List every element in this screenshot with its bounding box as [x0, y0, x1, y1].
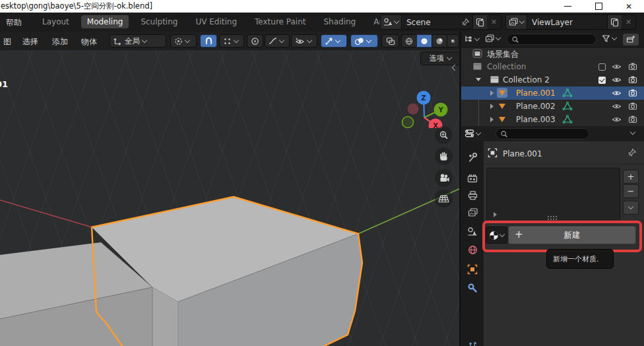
outliner-row-plane003[interactable]: Plane.003 [461, 113, 644, 126]
shading-solid-button[interactable] [416, 34, 432, 48]
tab-view-layer[interactable] [464, 205, 481, 221]
remove-material-slot-button[interactable]: − [623, 184, 639, 198]
camera-visibility-icon[interactable] [628, 75, 637, 84]
camera-visibility-icon[interactable] [628, 102, 637, 110]
proportional-falloff-dropdown[interactable] [265, 34, 290, 48]
material-specials-button[interactable] [623, 201, 639, 215]
properties-options-chevron[interactable] [630, 129, 635, 135]
tab-render[interactable] [464, 170, 481, 186]
outliner-row-plane001[interactable]: Plane.001 [461, 86, 644, 100]
menu-object[interactable]: 物体 [81, 36, 97, 48]
eye-icon[interactable] [612, 76, 622, 84]
menu-help[interactable]: 帮助 [6, 17, 22, 28]
eye-icon[interactable] [612, 102, 622, 110]
pin-icon[interactable] [461, 18, 470, 26]
workspace-modeling[interactable]: Modeling [81, 15, 129, 28]
workspace-uv-editing[interactable]: UV Editing [189, 15, 243, 28]
collection-exclude-checkbox[interactable] [598, 63, 606, 71]
shading-wireframe-button[interactable] [401, 34, 416, 48]
expand-collapse-icon[interactable] [476, 78, 481, 81]
eye-icon[interactable] [612, 63, 622, 71]
title-bar: esktop\gong\baoye\5-空间分割-ok.blend] ✕ [0, 0, 644, 13]
browse-material-button[interactable] [486, 226, 507, 244]
outliner-row-scene-collection[interactable]: 场景集合 [461, 47, 644, 60]
outliner-filter-dropdown[interactable] [602, 34, 616, 43]
unlink-scene-button[interactable]: ✕ [487, 18, 501, 26]
resize-grip[interactable] [548, 216, 557, 217]
tab-particles[interactable] [464, 338, 481, 346]
scene-browse-button[interactable] [381, 15, 402, 29]
maximize-button[interactable] [589, 0, 608, 13]
expand-icon[interactable] [490, 90, 494, 96]
slot-expand-icon[interactable] [494, 212, 497, 217]
eye-icon[interactable] [612, 116, 622, 123]
add-material-slot-button[interactable]: + [623, 170, 639, 184]
shading-material-button[interactable] [432, 34, 447, 48]
transform-orientation-dropdown[interactable]: 全局 [110, 34, 166, 48]
new-viewlayer-button[interactable] [607, 15, 622, 29]
camera-visibility-icon[interactable] [628, 62, 637, 71]
properties-editor-type-dropdown[interactable] [465, 129, 480, 138]
scene-icon [383, 18, 393, 26]
gizmos-dropdown[interactable] [321, 34, 347, 48]
workspace-layout[interactable]: Layout [36, 15, 75, 28]
tab-object[interactable] [464, 261, 481, 277]
tab-tool[interactable] [464, 149, 481, 165]
collection-exclude-checkbox[interactable] [598, 77, 606, 84]
tab-output[interactable] [464, 188, 481, 203]
snap-with-dropdown[interactable] [219, 34, 244, 48]
zoom-button[interactable] [435, 126, 453, 144]
breadcrumb[interactable]: Plane.001 [503, 149, 542, 158]
minimize-button[interactable] [558, 0, 577, 13]
overlays-dropdown[interactable] [350, 34, 378, 48]
gizmo-neg-y-ball [402, 117, 414, 128]
camera-view-button[interactable] [435, 169, 453, 187]
top-menubar: 帮助 Layout Modeling Sculpting UV Editing … [0, 13, 644, 32]
pin-icon[interactable] [628, 148, 637, 157]
material-browse-icon [489, 230, 499, 240]
shading-rendered-button[interactable] [447, 34, 459, 48]
expand-icon[interactable] [490, 117, 494, 122]
workspace-sculpting[interactable]: Sculpting [135, 15, 183, 28]
menu-view[interactable]: 图 [3, 36, 11, 48]
tab-scene[interactable] [464, 223, 481, 239]
row-label: Plane.001 [516, 88, 556, 98]
eye-icon[interactable] [612, 89, 622, 97]
new-material-button[interactable]: + 新建 [508, 226, 636, 244]
outliner-row-collection[interactable]: Collection [461, 60, 644, 73]
viewport-3d[interactable]: 01 选项 Z Y X [0, 50, 459, 346]
scene-name[interactable]: Scene [402, 18, 461, 27]
perspective-toggle-button[interactable] [435, 190, 453, 207]
tab-world[interactable] [464, 242, 481, 258]
minimize-icon [564, 6, 571, 7]
proportional-editing-toggle[interactable] [247, 34, 263, 48]
properties-search-input[interactable] [496, 128, 589, 139]
camera-visibility-icon[interactable] [628, 88, 637, 97]
tab-modifiers[interactable] [464, 280, 481, 296]
material-slot-list[interactable] [486, 168, 620, 221]
viewlayer-browse-button[interactable] [506, 15, 527, 29]
outliner-row-plane002[interactable]: Plane.002 [461, 100, 644, 113]
outliner-search-input[interactable] [507, 34, 596, 45]
viewlayer-name[interactable]: ViewLayer [527, 18, 607, 27]
close-button[interactable]: ✕ [619, 0, 639, 13]
outliner-row-collection2[interactable]: Collection 2 [461, 73, 644, 86]
visibility-dropdown[interactable] [291, 34, 317, 48]
menu-select[interactable]: 选择 [22, 36, 38, 48]
new-collection-button[interactable] [623, 34, 639, 46]
snap-toggle[interactable] [200, 34, 217, 48]
xray-toggle[interactable] [381, 34, 399, 48]
new-scene-button[interactable] [472, 15, 487, 29]
remove-viewlayer-button[interactable]: ✕ [622, 18, 635, 26]
camera-visibility-icon[interactable] [628, 115, 637, 123]
workspace-texture-paint[interactable]: Texture Paint [249, 15, 311, 28]
editor-type-dropdown[interactable] [464, 34, 479, 44]
menu-add[interactable]: 添加 [52, 36, 68, 48]
expand-icon[interactable] [490, 104, 494, 109]
pivot-point-dropdown[interactable] [170, 34, 197, 48]
outliner-display-mode-dropdown[interactable] [485, 34, 500, 43]
navigation-gizmo[interactable]: Z Y X [399, 69, 452, 128]
pan-button[interactable] [435, 147, 453, 165]
options-dropdown[interactable]: 选项 [420, 52, 459, 65]
workspace-shading[interactable]: Shading [317, 15, 362, 28]
